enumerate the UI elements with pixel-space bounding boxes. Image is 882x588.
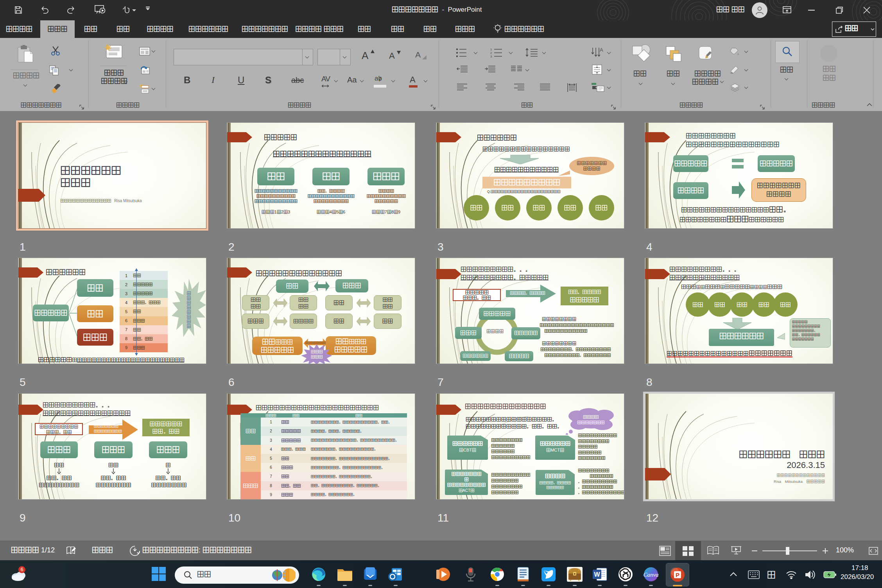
- svg-text:常に変化変動する: 常に変化変動する: [186, 291, 191, 328]
- svg-text:3: 3: [490, 55, 492, 58]
- svg-text:6: 6: [20, 566, 23, 572]
- svg-text:Canva: Canva: [643, 572, 658, 578]
- svg-text:A: A: [600, 47, 603, 53]
- svg-text:少しずつ: 少しずつ: [583, 415, 599, 419]
- svg-text:P: P: [676, 572, 679, 578]
- svg-text:別人に: 別人に: [311, 350, 323, 354]
- svg-text:変化させていく: 変化させていく: [577, 420, 604, 425]
- svg-text:W: W: [594, 571, 600, 578]
- svg-text:1: 1: [490, 48, 492, 51]
- svg-text:見える: 見える: [311, 355, 323, 359]
- svg-text:2: 2: [490, 51, 492, 55]
